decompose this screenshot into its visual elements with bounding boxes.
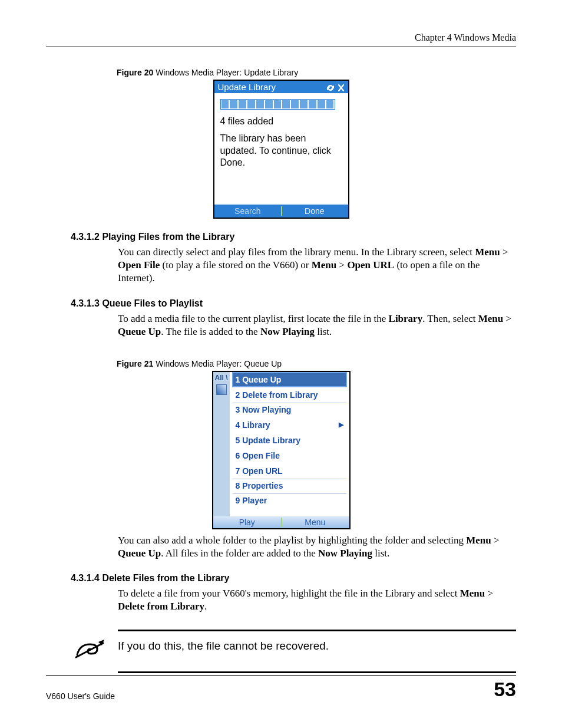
figure-21-label: Figure 21 xyxy=(117,359,153,368)
footer-guide: V660 User's Guide xyxy=(46,691,115,701)
figure-20-label: Figure 20 xyxy=(117,68,153,77)
chevron-right-icon: ▶ xyxy=(339,421,343,429)
play-button[interactable]: Play xyxy=(213,516,282,528)
menu-item-delete-from-library[interactable]: 2 Delete from Library xyxy=(232,387,347,403)
close-icon xyxy=(338,82,345,92)
thumb-icon xyxy=(216,384,227,395)
update-library-window: Update Library 4 files added The library… xyxy=(213,80,349,219)
menu-button[interactable]: Menu xyxy=(281,516,349,528)
page-number: 53 xyxy=(494,678,516,701)
figure-21-title: Windows Media Player: Queue Up xyxy=(153,359,282,368)
update-library-title: Update Library xyxy=(218,82,276,92)
menu-item-open-file[interactable]: 6 Open File xyxy=(232,448,347,463)
header-rule xyxy=(46,47,516,47)
footer-rule xyxy=(46,675,516,676)
figure-21-caption: Figure 21 Windows Media Player: Queue Up xyxy=(117,359,516,368)
progress-bar xyxy=(220,99,335,110)
figure-20-caption: Figure 20 Windows Media Player: Update L… xyxy=(117,68,516,77)
menu-item-open-url[interactable]: 7 Open URL xyxy=(232,463,347,479)
heading-4-3-1-2: 4.3.1.2 Playing Files from the Library xyxy=(71,232,516,242)
done-button[interactable]: Done xyxy=(281,205,348,218)
queue-up-menu-window: All \ 1 Queue Up 2 Delete from Library 3… xyxy=(212,371,351,529)
note-icon xyxy=(73,640,107,663)
chapter-header: Chapter 4 Windows Media xyxy=(46,32,516,47)
para-4-3-1-3: To add a media file to the current playl… xyxy=(118,312,514,338)
search-button[interactable]: Search xyxy=(214,205,282,218)
menu-item-properties[interactable]: 8 Properties xyxy=(232,479,347,493)
library-updated-message: The library has been updated. To continu… xyxy=(220,133,342,169)
update-library-titlebar: Update Library xyxy=(214,81,348,93)
figure-20-title: Windows Media Player: Update Library xyxy=(153,68,298,77)
menu-item-now-playing[interactable]: 3 Now Playing xyxy=(232,403,347,417)
note-text: If you do this, the file cannot be recov… xyxy=(118,640,329,653)
files-added-status: 4 files added xyxy=(220,116,342,128)
heading-4-3-1-4: 4.3.1.4 Delete Files from the Library xyxy=(71,573,516,584)
sync-icon xyxy=(326,82,335,92)
menu-item-queue-up[interactable]: 1 Queue Up xyxy=(232,372,347,387)
heading-4-3-1-3: 4.3.1.3 Queue Files to Playlist xyxy=(71,298,516,309)
note-rule-top xyxy=(118,630,516,631)
para-after-fig21: You can also add a whole folder to the p… xyxy=(118,534,514,560)
menu-item-library[interactable]: 4 Library▶ xyxy=(232,417,347,433)
para-4-3-1-4: To delete a file from your V660's memory… xyxy=(118,587,514,613)
menu-left-rail: All \ xyxy=(213,372,230,516)
note-block: If you do this, the file cannot be recov… xyxy=(73,630,516,673)
para-4-3-1-2: You can directly select and play files f… xyxy=(118,246,514,285)
menu-item-update-library[interactable]: 5 Update Library xyxy=(232,433,347,448)
all-label: All \ xyxy=(214,374,227,382)
menu-item-player[interactable]: 9 Player xyxy=(232,493,347,508)
